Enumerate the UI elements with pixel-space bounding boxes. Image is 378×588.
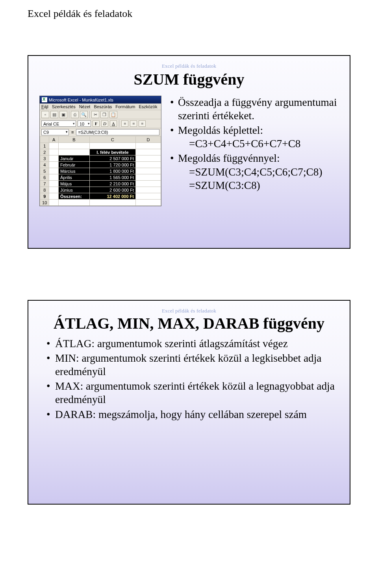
slide-eyebrow: Excel példák és feladatok [39,63,339,69]
paste-icon[interactable]: 📋 [109,111,117,118]
s2-bullet-2: MIN: argumentumok szerinti értékek közül… [55,352,339,378]
font-size-combo[interactable]: 10 [78,120,91,127]
menu-szerkesztes[interactable]: Szerkesztés [52,104,76,109]
menu-beszuras[interactable]: Beszúrás [94,104,112,109]
col-B[interactable]: B [58,137,89,143]
new-icon[interactable]: ▫ [41,111,49,118]
excel-grid[interactable]: A B C D 1 2I. félév bevétele 3Január2 50… [40,136,161,206]
slide2-bullets: ÁTLAG: argumentumok szerinti átlagszámít… [39,337,339,421]
page-header: Excel példák és feladatok [28,8,350,20]
slide1-title: SZUM függvény [39,70,339,89]
align-right-icon[interactable]: ≡ [139,120,146,127]
s2-bullet-1: ÁTLAG: argumentumok szerinti átlagszámít… [55,337,339,351]
excel-menubar: FFájlájl Szerkesztés Nézet Beszúrás Form… [40,104,161,110]
excel-titlebar: Microsoft Excel - Munkafüzet1.xls [40,96,161,104]
preview-icon[interactable]: 🔍 [80,111,88,118]
bullet-3-code-a: =SZUM(C3;C4;C5;C6;C7;C8) [178,165,339,179]
open-icon[interactable]: ▤ [50,111,58,118]
bold-button[interactable]: F [93,120,100,127]
bullet-1: Összeadja a függvény argumentumai szerin… [178,96,339,122]
print-icon[interactable]: ⎙ [71,111,79,118]
menu-formatum[interactable]: Formátum [115,104,135,109]
menu-nezet[interactable]: Nézet [79,104,91,109]
bullet-2-code: =C3+C4+C5+C6+C7+C8 [178,137,339,150]
slide-szum: Excel példák és feladatok SZUM függvény … [28,55,350,249]
bullet-2: Megoldás képlettel: =C3+C4+C5+C6+C7+C8 [178,124,339,150]
slide1-bullets: Összeadja a függvény argumentumai szerin… [167,96,339,193]
underline-button[interactable]: A [110,120,117,127]
bullet-3-code-b: =SZUM(C3:C8) [178,179,339,192]
slide-atlag: Excel példák és feladatok ÁTLAG, MIN, MA… [28,300,350,505]
excel-font-toolbar: Arial CE 10 F D A ≡ ≡ ≡ [40,119,161,128]
equals-icon: = [71,130,74,135]
formula-input[interactable]: =SZUM(C3:C8) [76,129,159,135]
s2-bullet-3: MAX: argumentumok szerinti értékek közül… [55,380,339,406]
copy-icon[interactable]: ❐ [100,111,108,118]
slide2-eyebrow: Excel példák és feladatok [39,308,339,314]
align-left-icon[interactable]: ≡ [121,120,128,127]
cut-icon[interactable]: ✂ [91,111,99,118]
name-box[interactable]: C9 [41,129,69,135]
italic-button[interactable]: D [101,120,108,127]
col-C[interactable]: C [89,137,135,143]
excel-icon [42,97,47,102]
excel-toolbar: ▫ ▤ ▣ ⎙ 🔍 ✂ ❐ 📋 [40,110,161,119]
excel-window: Microsoft Excel - Munkafüzet1.xls FFájlá… [39,96,161,206]
excel-title-text: Microsoft Excel - Munkafüzet1.xls [49,98,113,102]
bullet-3: Megoldás függvénnyel: =SZUM(C3;C4;C5;C6;… [178,152,339,192]
menu-fajl[interactable]: FFájlájl [41,104,48,109]
s2-bullet-4: DARAB: megszámolja, hogy hány cellában s… [55,408,339,422]
excel-formula-bar: C9 = =SZUM(C3:C8) [40,128,161,136]
col-D[interactable]: D [136,137,161,143]
col-A[interactable]: A [49,137,58,143]
font-name-combo[interactable]: Arial CE [41,120,76,127]
align-center-icon[interactable]: ≡ [130,120,137,127]
menu-eszkozok[interactable]: Eszközök [139,104,157,109]
save-icon[interactable]: ▣ [59,111,67,118]
slide2-title: ÁTLAG, MIN, MAX, DARAB függvény [39,315,339,333]
